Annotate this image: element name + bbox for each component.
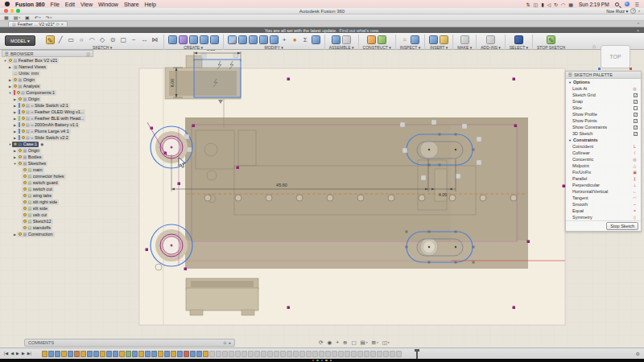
redo-icon[interactable]: ↷▾ [46, 14, 52, 20]
sync-status-icon[interactable]: ⟳ [56, 22, 60, 27]
tree-item-chip[interactable]: ▤switch cut [22, 187, 54, 192]
checkbox-3d-sketch[interactable]: ✓ [634, 132, 638, 136]
timeline-feature-suppressed-6[interactable] [248, 351, 254, 357]
timeline-feature-suppressed-7[interactable] [254, 351, 260, 357]
constraint-coincident[interactable]: CoincidentL [566, 143, 641, 150]
browser-item-origin[interactable]: ▶▦Origin [2, 76, 93, 83]
comments-bar[interactable]: COMMENTS ⊙▸ [24, 339, 235, 347]
timeline-feature-22[interactable] [184, 351, 189, 357]
orbit-icon[interactable]: ⟳ [319, 339, 323, 346]
visibility-bulb-icon[interactable] [23, 226, 27, 229]
timeline-feature-13[interactable] [126, 351, 131, 357]
palette-option-sketch-grid[interactable]: Sketch Grid✓ [566, 92, 641, 98]
browser-item-main[interactable]: ▤main [2, 167, 93, 173]
browser-item-slide-switch-v2-1[interactable]: ▶▤∞Slide Switch v2:1 [2, 102, 93, 109]
concentric-icon[interactable]: ◎ [632, 157, 638, 162]
extrude-icon[interactable] [168, 35, 177, 44]
browser-item-origin[interactable]: ▶▦Origin [2, 96, 93, 102]
physical-material-icon[interactable]: ● [291, 35, 299, 44]
tree-item-chip[interactable]: ▤∞Slide Switch v2:1 [17, 103, 70, 109]
browser-item-construction[interactable]: ▶▦Construction [2, 231, 93, 237]
display-settings-icon[interactable]: ▤▾ [361, 339, 368, 346]
revolve-icon[interactable] [179, 35, 188, 44]
rectangle-icon[interactable]: ▭ [67, 35, 76, 44]
whats-new-link[interactable]: Find out what's new. [340, 28, 380, 33]
chamfer-icon[interactable] [249, 35, 258, 44]
timeline-feature-1[interactable] [48, 351, 54, 357]
timeline-feature-17[interactable] [151, 351, 157, 357]
go-to-end-icon[interactable]: ▶| [27, 351, 31, 356]
timeline-feature-suppressed-4[interactable] [235, 351, 241, 357]
browser-item-bodies[interactable]: ▶▦Bodies [2, 154, 93, 160]
timeline-feature-suppressed-17[interactable] [319, 351, 324, 357]
viewcube-home-icon[interactable]: ⌂ [592, 43, 596, 49]
constraint-perpendicular[interactable]: Perpendicular⊥ [566, 182, 641, 188]
timeline-feature-25[interactable] [203, 351, 208, 357]
pan-icon[interactable]: + [336, 339, 339, 345]
scripts-addins-icon[interactable] [486, 35, 495, 44]
look-at-icon[interactable]: ◎ [632, 86, 638, 91]
constraint-smooth[interactable]: Smooth~ [566, 201, 641, 208]
timeline-feature-suppressed-18[interactable] [325, 351, 331, 357]
timeline-feature-20[interactable] [171, 351, 176, 357]
timeline-feature-suppressed-3[interactable] [229, 351, 234, 357]
timeline-feature-10[interactable] [106, 351, 112, 357]
browser-item-feather-ble-with-head[interactable]: ▶▤∞Feather BLE with Head... [2, 115, 93, 121]
menu-edit[interactable]: Edit [65, 2, 75, 7]
timeline-feature-suppressed-0[interactable] [209, 351, 215, 357]
visibility-bulb-icon[interactable] [23, 181, 27, 184]
browser-item-standoffs[interactable]: ▤standoffs [2, 224, 93, 231]
fit-icon[interactable]: ▢ [351, 339, 356, 346]
tree-item-chip[interactable]: ▤switch guard [22, 180, 60, 186]
timeline-feature-suppressed-16[interactable] [312, 351, 318, 357]
timeline-feature-7[interactable] [87, 351, 93, 357]
browser-item-named-views[interactable]: ▶▦Named Views [2, 64, 93, 70]
timeline-feature-suppressed-25[interactable] [370, 351, 376, 357]
browser-item-units-mm[interactable]: ▭Units: mm [2, 70, 93, 76]
grid-settings-icon[interactable]: ⊞▾ [371, 339, 378, 346]
timeline-feature-suppressed-8[interactable] [261, 351, 266, 357]
timeline-feature-3[interactable] [61, 351, 67, 357]
keyboard-icon[interactable]: ▦ [568, 2, 573, 7]
tree-item-chip[interactable]: ▦Bodies [17, 154, 43, 160]
menu-window[interactable]: Window [98, 2, 118, 7]
coil-icon[interactable] [210, 35, 219, 44]
palette-option-show-constraints[interactable]: Show Constraints✓ [566, 124, 641, 130]
checkbox-show-profile[interactable]: ✓ [634, 113, 638, 117]
timeline-feature-14[interactable] [132, 351, 138, 357]
offset-plane-icon[interactable] [367, 35, 376, 44]
tree-item-chip[interactable]: ▤slit side [22, 206, 49, 212]
visibility-bulb-icon[interactable] [22, 136, 25, 139]
arc-icon[interactable]: ◠ [88, 35, 97, 44]
step-back-icon[interactable]: ◀ [10, 351, 14, 356]
combine-icon[interactable] [270, 35, 279, 44]
browser-item-sketch12[interactable]: ▤Sketch12 [2, 218, 93, 224]
look-at-icon[interactable]: ◉ [327, 339, 332, 346]
menu-file[interactable]: File [51, 2, 60, 7]
visibility-bulb-icon[interactable] [14, 78, 17, 81]
tree-item-chip[interactable]: ▦Origin [12, 77, 36, 83]
constraint-concentric[interactable]: Concentric◎ [566, 156, 641, 162]
document-tab[interactable]: ▤ Feather ... V2 v21* ⟳ × [8, 21, 68, 27]
timeline-feature-15[interactable] [138, 351, 144, 357]
visibility-bulb-icon[interactable] [9, 59, 12, 62]
timeline-feature-11[interactable] [113, 351, 118, 357]
time-machine-icon[interactable]: ↻ [554, 2, 558, 7]
play-icon[interactable]: ▶ [16, 351, 19, 356]
collapse-toolbar-icon[interactable]: ^ [638, 22, 639, 27]
circle-icon[interactable]: ○ [77, 35, 86, 44]
timeline-feature-24[interactable] [196, 351, 202, 357]
visibility-bulb-icon[interactable] [23, 175, 27, 178]
spotlight-icon[interactable] [615, 2, 619, 6]
visibility-bulb-icon[interactable] [22, 117, 25, 120]
visibility-bulb-icon[interactable] [19, 232, 22, 236]
tree-item-chip[interactable]: ▦Construction [17, 232, 55, 237]
browser-item-switch-guard[interactable]: ▤switch guard [2, 179, 93, 186]
tree-item-chip[interactable]: ▦Analysis [12, 84, 41, 89]
usb-connector-part[interactable] [186, 278, 258, 315]
browser-item-origin[interactable]: ▶▦Origin [2, 147, 93, 154]
browser-item-slit-side[interactable]: ▤slit side [2, 205, 93, 212]
tree-item-chip[interactable]: ▤Feather Box V2 v21 [7, 58, 59, 64]
browser-item-slide-switch-v2-2[interactable]: ▶▤∞Slide Switch v2:2 [2, 134, 93, 141]
viewcube-top-face[interactable]: TOP [601, 45, 630, 68]
